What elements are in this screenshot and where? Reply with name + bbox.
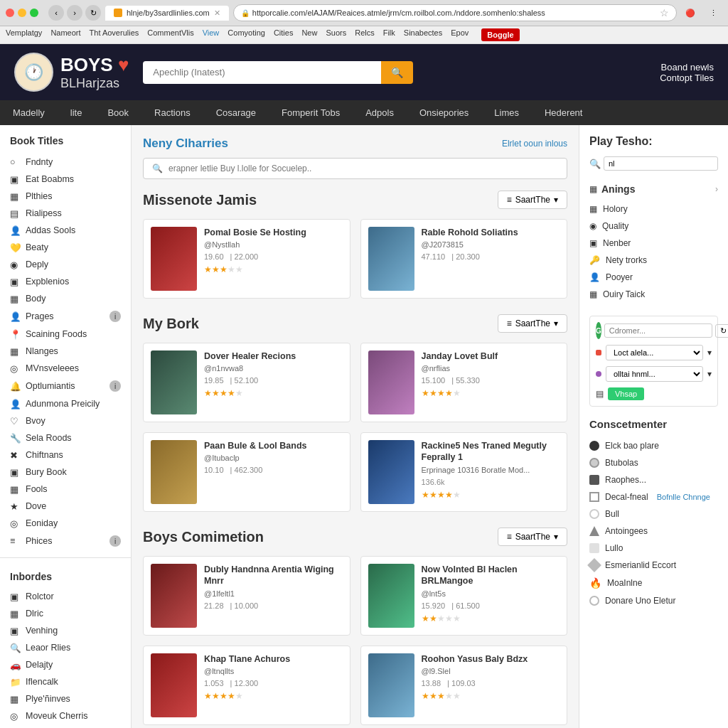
bookmark-new[interactable]: New [301, 28, 317, 41]
sidebar-item-plthies[interactable]: ▦ Plthies [0, 188, 131, 205]
main-search-button[interactable]: 🔍 [381, 61, 413, 84]
sidebar-item-bvoy[interactable]: ♡ Bvoy [0, 412, 131, 429]
nav-fomperit[interactable]: Fomperit Tobs [269, 100, 353, 125]
right-item-pooyer[interactable]: 👤 Pooyer [589, 269, 718, 286]
bookmark-cities[interactable]: Cities [274, 28, 294, 41]
sidebar-item-moveuk[interactable]: ◎ Moveuk Cherris [0, 707, 131, 724]
play-search-input[interactable] [604, 156, 718, 171]
sidebar-item-fools[interactable]: ▦ Fools [0, 481, 131, 498]
sidebar-item-eat-boabms[interactable]: ▣ Eat Boabms [0, 171, 131, 188]
bookmark-nameort[interactable]: Nameort [50, 28, 80, 41]
bookmark-commentvlis[interactable]: CommentVlis [147, 28, 193, 41]
nav-madelly[interactable]: Madelly [0, 100, 58, 125]
nav-book[interactable]: Book [95, 100, 141, 125]
book-title-rable[interactable]: Rable Rohold Soliatins [422, 227, 560, 238]
sidebar-item-plye[interactable]: ▦ Plye'ñinves [0, 690, 131, 707]
book-title-pomal[interactable]: Pomal Bosie Se Hosting [204, 227, 343, 238]
book-title-khap[interactable]: Khap Tlane Achuros [204, 653, 343, 665]
secondary-search-input[interactable] [168, 164, 558, 173]
sidebar-item-chiftnans[interactable]: ✖ Chiftnans [0, 446, 131, 464]
bookmark-suors[interactable]: Suors [326, 28, 346, 41]
right-item-quality[interactable]: ◉ Quality [589, 218, 718, 235]
anings-arrow-icon[interactable]: › [715, 184, 718, 194]
bookmark-tht[interactable]: Tht Aoverulies [90, 28, 139, 41]
maximize-window-btn[interactable] [30, 9, 38, 17]
bookmark-sinabectes[interactable]: Sinabectes [404, 28, 442, 41]
refresh-btn[interactable]: ↻ [85, 5, 101, 21]
sidebar-item-rialipess[interactable]: ▤ Rialipess [0, 205, 131, 222]
sidebar-item-mvnsveleees[interactable]: ◎ MVnsveleees [0, 360, 131, 377]
main-search-input[interactable] [143, 61, 381, 84]
secondary-search-bar[interactable]: 🔍 [143, 158, 567, 179]
book-title-roohon[interactable]: Roohon Yasus Baly Bdzx [422, 653, 560, 665]
dropdown1-select[interactable]: Loct alela... [606, 345, 703, 360]
sidebar-item-eoniday[interactable]: ◎ Eoniday [0, 515, 131, 532]
sidebar-item-body[interactable]: ▦ Body [0, 290, 131, 307]
consumer-title: Conscetmenter [589, 418, 718, 430]
nav-hederent[interactable]: Hederent [532, 100, 595, 125]
right-item-nety-trorks[interactable]: 🔑 Nety trorks [589, 252, 718, 269]
dropdown2-select[interactable]: olltai hnml... [606, 366, 703, 382]
sidebar-item-scaining[interactable]: 📍 Scaining Foods [0, 326, 131, 343]
bookmark-relcs[interactable]: Relcs [355, 28, 375, 41]
bookmark-filk[interactable]: Filk [383, 28, 395, 41]
sidebar-item-phices[interactable]: ≡ Phices i [0, 532, 131, 550]
minimize-window-btn[interactable] [18, 9, 26, 17]
nav-limes[interactable]: Limes [481, 100, 532, 125]
nav-lite[interactable]: lite [58, 100, 95, 125]
sidebar-item-optlumiantis[interactable]: 🔔 Optlumiantis i [0, 377, 131, 395]
sidebar-item-adunmona[interactable]: 👤 Adunmona Preicily [0, 395, 131, 412]
sidebar-item-addas-sools[interactable]: 👤 Addas Sools [0, 222, 131, 239]
forward-btn[interactable]: › [67, 5, 82, 21]
bofnlle-link[interactable]: Bofnlle Chnnge [657, 493, 710, 501]
refresh2-btn[interactable]: ↻ [715, 324, 728, 338]
sidebar-item-dove[interactable]: ★ Dove [0, 498, 131, 515]
sidebar-item-delajty[interactable]: 🚗 Delajty [0, 656, 131, 673]
boggle-button[interactable]: Boggle [481, 28, 519, 41]
my-bork-sort-btn[interactable]: ≡ SaartThe ▾ [498, 314, 567, 333]
bookmark-view[interactable]: View [203, 28, 220, 41]
sidebar-item-deply[interactable]: ◉ Deply [0, 256, 131, 273]
bookmark-star-icon[interactable]: ☆ [660, 7, 669, 18]
sidebar-item-dlric[interactable]: ▦ Dlric [0, 605, 131, 622]
nav-cosarage[interactable]: Cosarage [203, 100, 269, 125]
nav-ractions[interactable]: Ractions [141, 100, 203, 125]
close-window-btn[interactable] [6, 9, 14, 17]
bookmark-comyoting[interactable]: Comyoting [228, 28, 265, 41]
nav-onsiepories[interactable]: Onsiepories [407, 100, 481, 125]
sidebar-item-leaor[interactable]: 🔍 Leaor Rlies [0, 639, 131, 656]
sidebar-item-fndnty[interactable]: ○ Fndnty [0, 154, 131, 171]
cdromer-input[interactable] [604, 323, 712, 338]
browser-tab[interactable]: hlnje/by3sardlinlies.com ✕ [105, 6, 229, 21]
menu-btn[interactable]: ⋮ [704, 5, 722, 21]
sidebar-item-sela-roods[interactable]: 🔧 Sela Roods [0, 429, 131, 446]
back-btn[interactable]: ‹ [48, 5, 64, 21]
filter-link[interactable]: Elrlet ooun inlous [502, 139, 567, 149]
vhsap-button[interactable]: Vhsap [608, 387, 644, 400]
boys-comimetion-sort-btn[interactable]: ≡ SaartThe ▾ [498, 528, 567, 546]
sidebar-item-bury-book[interactable]: ▣ Bury Book [0, 464, 131, 481]
book-title-paan[interactable]: Paan Bule & Lool Bands [204, 440, 343, 451]
sidebar-item-rolctor[interactable]: ▣ Rolctor [0, 588, 131, 605]
book-title-dover[interactable]: Dover Healer Recions [204, 350, 343, 362]
book-title-janday[interactable]: Janday Lovet Bulf [422, 350, 560, 362]
url-bar[interactable]: 🔒 httporcalie.com/elAJAM/Reaices.atmle/j… [233, 4, 677, 21]
sidebar-item-prages[interactable]: 👤 Prages i [0, 307, 131, 326]
sidebar-item-venhing[interactable]: ▣ Venhing [0, 622, 131, 639]
right-item-holory[interactable]: ▦ Holory [589, 200, 718, 218]
nav-adpols[interactable]: Adpols [353, 100, 407, 125]
book-title-dubly[interactable]: Dubly Handnna Arentia Wiging Mnrr [204, 564, 343, 587]
sidebar-item-expblenios[interactable]: ▣ Expblenios [0, 273, 131, 290]
right-item-nenber[interactable]: ▣ Nenber [589, 235, 718, 252]
bookmark-vemplatgy[interactable]: Vemplatgy [6, 28, 42, 41]
sidebar-item-beaty[interactable]: 💛 Beaty [0, 239, 131, 256]
extensions-btn[interactable]: 🔴 [681, 5, 700, 21]
missenote-sort-btn[interactable]: ≡ SaartThe ▾ [498, 191, 567, 209]
sidebar-item-iflencalk[interactable]: 📁 Iflencalk [0, 673, 131, 690]
bookmark-epov[interactable]: Epov [451, 28, 469, 41]
sidebar-item-nlanges[interactable]: ▦ Nlanges [0, 343, 131, 360]
close-tab-icon[interactable]: ✕ [214, 9, 220, 18]
book-title-now-volnted[interactable]: Now Volnted Bl Haclen BRLMangoe [422, 564, 560, 587]
book-title-rackine[interactable]: Rackine5 Nes Traned Megutly Feprally 1 [422, 440, 560, 464]
right-item-ouiry-taick[interactable]: ▦ Ouiry Taick [589, 286, 718, 303]
